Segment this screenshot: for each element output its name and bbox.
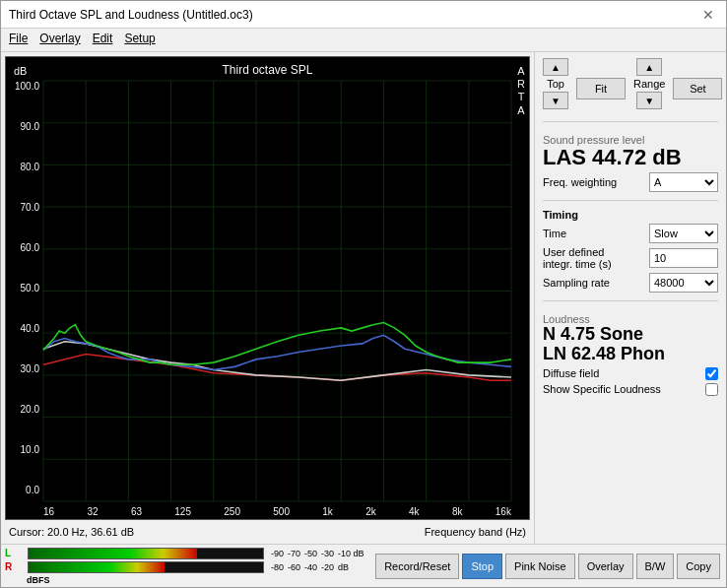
- range-down-button[interactable]: ▼: [636, 92, 662, 109]
- range-label: Range: [633, 78, 665, 90]
- diffuse-field-row: Diffuse field: [543, 367, 718, 380]
- y-label-20: 20.0: [21, 404, 39, 415]
- bw-button[interactable]: B/W: [636, 554, 675, 579]
- fit-nav-group: Fit: [576, 58, 626, 109]
- y-label-0: 0.0: [26, 485, 39, 495]
- freq-weighting-row: Freq. weighting A C Z: [543, 172, 718, 192]
- y-label-50: 50.0: [21, 283, 39, 294]
- show-specific-loudness-checkbox[interactable]: [705, 383, 718, 396]
- x-label-8k: 8k: [452, 506, 463, 517]
- x-label-2k: 2k: [365, 506, 376, 517]
- show-specific-loudness-label: Show Specific Loudness: [543, 383, 661, 395]
- x-label-4k: 4k: [409, 506, 420, 517]
- time-select[interactable]: Slow Fast: [649, 224, 718, 243]
- blue-curve: [43, 335, 511, 369]
- top-up-button[interactable]: ▲: [543, 58, 568, 76]
- chart-title: Third octave SPL: [6, 63, 529, 77]
- y-label-30: 30.0: [21, 363, 39, 374]
- menu-edit[interactable]: Edit: [93, 32, 113, 48]
- x-label-32: 32: [87, 506, 98, 517]
- pink-noise-button[interactable]: Pink Noise: [505, 554, 575, 579]
- menu-setup[interactable]: Setup: [124, 32, 155, 48]
- show-specific-loudness-row: Show Specific Loudness: [543, 383, 718, 396]
- freq-weighting-select[interactable]: A C Z: [649, 172, 718, 192]
- cursor-info: Cursor: 20.0 Hz, 36.61 dB: [5, 524, 138, 540]
- dbfs-l-row: L -90 -70 -50 -30 -10 dB: [5, 548, 365, 559]
- l-scale-1: -90: [271, 549, 284, 558]
- x-label-125: 125: [174, 506, 191, 517]
- fit-button[interactable]: Fit: [576, 78, 626, 99]
- l-scale-2: -70: [288, 549, 300, 558]
- y-label-70: 70.0: [21, 202, 39, 213]
- r-channel-label: R: [5, 561, 25, 572]
- dbfs-r-row: R -80 -60 -40 -20 dB: [5, 561, 365, 573]
- nav-controls: ▲ Top ▼ Fit ▲ Range ▼ Set: [543, 58, 718, 109]
- time-label: Time: [543, 228, 566, 239]
- divider-2: [543, 200, 718, 201]
- diffuse-field-checkbox[interactable]: [705, 367, 718, 380]
- bottom-bar: L -90 -70 -50 -30 -10 dB R -80: [1, 544, 726, 587]
- spl-value: LAS 44.72 dB: [543, 146, 718, 169]
- y-label-80: 80.0: [21, 162, 39, 172]
- menu-bar: File Overlay Edit Setup: [1, 29, 726, 52]
- timing-section-label: Timing: [543, 209, 718, 221]
- main-window: Third Octave SPL and Loudness (Untitled.…: [0, 0, 727, 588]
- right-panel: ▲ Top ▼ Fit ▲ Range ▼ Set: [534, 52, 726, 544]
- x-label-1k: 1k: [322, 506, 333, 517]
- copy-button[interactable]: Copy: [677, 554, 720, 579]
- freq-weighting-label: Freq. weighting: [543, 176, 617, 188]
- user-defined-label: User definedintegr. time (s): [543, 246, 612, 270]
- stop-button[interactable]: Stop: [462, 554, 502, 579]
- r-scale-2: -60: [288, 562, 300, 572]
- r-scale-4: -20: [321, 562, 334, 572]
- l-scale-5: -10 dB: [338, 549, 364, 558]
- time-row: Time Slow Fast: [543, 224, 718, 243]
- range-up-button[interactable]: ▲: [636, 58, 662, 76]
- sampling-rate-row: Sampling rate 48000 44100: [543, 273, 718, 293]
- y-axis-labels: 100.0 90.0 80.0 70.0 60.0 50.0 40.0 30.0…: [6, 81, 43, 495]
- menu-overlay[interactable]: Overlay: [39, 32, 80, 48]
- r-scale-3: -40: [304, 562, 317, 572]
- l-meter-fill: [29, 549, 197, 558]
- set-button[interactable]: Set: [673, 78, 722, 99]
- x-label-16: 16: [43, 506, 54, 517]
- sampling-rate-select[interactable]: 48000 44100: [649, 273, 718, 293]
- y-label-90: 90.0: [21, 121, 39, 132]
- y-label-40: 40.0: [21, 323, 39, 334]
- chart-svg: [43, 81, 511, 501]
- menu-file[interactable]: File: [9, 32, 28, 48]
- r-meter-bar: [28, 561, 264, 573]
- close-button[interactable]: ✕: [698, 5, 718, 25]
- chart-bottom-bar: Cursor: 20.0 Hz, 36.61 dB Frequency band…: [5, 524, 530, 540]
- x-label-16k: 16k: [496, 506, 511, 517]
- x-label-63: 63: [131, 506, 142, 517]
- loudness-ln-value: LN 62.48 Phon: [543, 345, 718, 364]
- chart-section: Third octave SPL ARTA dB 100.0 90.0 80.0…: [1, 52, 534, 544]
- title-bar: Third Octave SPL and Loudness (Untitled.…: [1, 1, 726, 29]
- spl-section: Sound pressure level LAS 44.72 dB Freq. …: [543, 130, 718, 192]
- sampling-rate-label: Sampling rate: [543, 277, 610, 289]
- overlay-button[interactable]: Overlay: [578, 554, 633, 579]
- l-channel-label: L: [5, 548, 25, 558]
- user-defined-input[interactable]: [649, 248, 718, 268]
- main-content: Third octave SPL ARTA dB 100.0 90.0 80.0…: [1, 52, 726, 544]
- user-defined-row: User definedintegr. time (s): [543, 246, 718, 270]
- diffuse-field-label: Diffuse field: [543, 367, 599, 379]
- chart-arta-label: ARTA: [517, 65, 525, 117]
- y-label-100: 100.0: [15, 81, 39, 92]
- x-axis-labels: 16 32 63 125 250 500 1k 2k 4k 8k 16k: [43, 506, 511, 517]
- l-scale-4: -30: [321, 549, 334, 558]
- loudness-n-value: N 4.75 Sone: [543, 325, 718, 345]
- top-label: Top: [547, 78, 564, 90]
- chart-canvas-area: [43, 81, 511, 501]
- l-meter-bar: [28, 548, 264, 559]
- x-label-250: 250: [224, 506, 240, 517]
- record-reset-button[interactable]: Record/Reset: [375, 554, 459, 579]
- top-down-button[interactable]: ▼: [543, 92, 568, 109]
- range-nav-group: ▲ Range ▼: [633, 58, 665, 109]
- divider-3: [543, 300, 718, 301]
- freq-band-info: Frequency band (Hz): [421, 524, 530, 540]
- window-title: Third Octave SPL and Loudness (Untitled.…: [9, 8, 253, 22]
- divider-1: [543, 121, 718, 122]
- timing-section: Timing Time Slow Fast User definedintegr…: [543, 209, 718, 293]
